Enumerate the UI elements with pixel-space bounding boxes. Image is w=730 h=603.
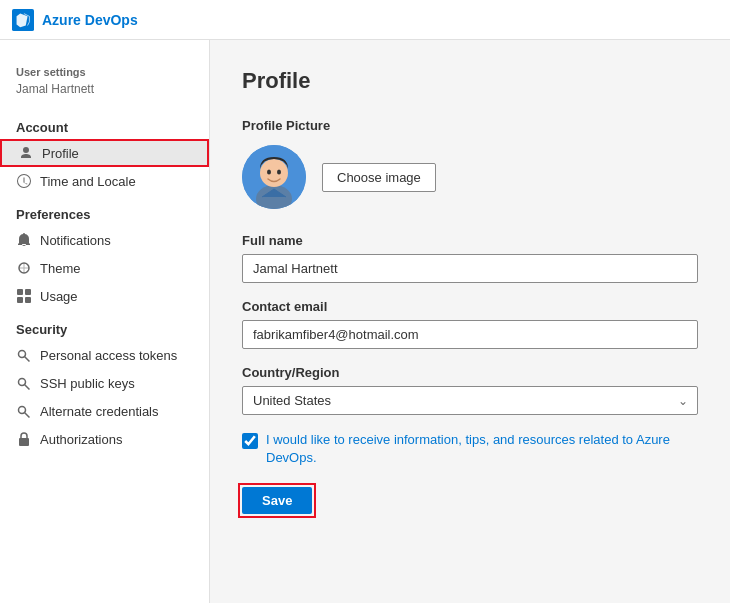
svg-rect-2 xyxy=(17,289,23,295)
sidebar-item-notifications-label: Notifications xyxy=(40,233,111,248)
sidebar-item-pat-label: Personal access tokens xyxy=(40,348,177,363)
contact-email-input[interactable] xyxy=(242,320,698,349)
save-button-wrapper: Save xyxy=(242,487,312,514)
country-select[interactable]: United States United Kingdom Canada Aust… xyxy=(242,386,698,415)
svg-point-6 xyxy=(19,351,26,358)
main-content: Profile Profile Picture xyxy=(210,40,730,603)
pat-icon xyxy=(16,347,32,363)
avatar xyxy=(242,145,306,209)
sidebar-item-authorizations[interactable]: Authorizations xyxy=(0,425,209,453)
contact-email-group: Contact email xyxy=(242,299,698,349)
newsletter-label[interactable]: I would like to receive information, tip… xyxy=(266,431,698,467)
theme-icon xyxy=(16,260,32,276)
sidebar-item-theme-label: Theme xyxy=(40,261,80,276)
section-preferences: Preferences xyxy=(0,195,209,226)
sidebar-item-theme[interactable]: Theme xyxy=(0,254,209,282)
sidebar-item-usage[interactable]: Usage xyxy=(0,282,209,310)
svg-point-12 xyxy=(260,159,288,187)
sidebar-user: Jamal Hartnett xyxy=(0,82,209,108)
full-name-group: Full name xyxy=(242,233,698,283)
svg-rect-5 xyxy=(25,297,31,303)
sidebar-item-usage-label: Usage xyxy=(40,289,78,304)
sidebar-item-notifications[interactable]: Notifications xyxy=(0,226,209,254)
person-icon xyxy=(18,145,34,161)
sidebar-item-ssh[interactable]: SSH public keys xyxy=(0,369,209,397)
country-group: Country/Region United States United King… xyxy=(242,365,698,415)
top-bar: Azure DevOps xyxy=(0,0,730,40)
section-security: Security xyxy=(0,310,209,341)
lock-icon xyxy=(16,431,32,447)
sidebar-item-profile-label: Profile xyxy=(42,146,79,161)
profile-picture-label: Profile Picture xyxy=(242,118,698,133)
svg-rect-3 xyxy=(25,289,31,295)
sidebar: User settings Jamal Hartnett Account Pro… xyxy=(0,40,210,603)
country-select-wrapper: United States United Kingdom Canada Aust… xyxy=(242,386,698,415)
clock-icon xyxy=(16,173,32,189)
full-name-label: Full name xyxy=(242,233,698,248)
ssh-icon xyxy=(16,375,32,391)
newsletter-checkbox[interactable] xyxy=(242,433,258,449)
alternate-creds-icon xyxy=(16,403,32,419)
sidebar-item-time-locale-label: Time and Locale xyxy=(40,174,136,189)
sidebar-item-ssh-label: SSH public keys xyxy=(40,376,135,391)
sidebar-item-profile[interactable]: Profile xyxy=(0,139,209,167)
svg-point-14 xyxy=(277,170,281,175)
sidebar-item-alternate-creds[interactable]: Alternate credentials xyxy=(0,397,209,425)
svg-rect-4 xyxy=(17,297,23,303)
page-title: Profile xyxy=(242,68,698,94)
profile-picture-row: Choose image xyxy=(242,145,698,209)
section-account: Account xyxy=(0,108,209,139)
country-label: Country/Region xyxy=(242,365,698,380)
svg-point-7 xyxy=(19,379,26,386)
azure-devops-logo xyxy=(12,9,34,31)
save-button[interactable]: Save xyxy=(242,487,312,514)
bell-icon xyxy=(16,232,32,248)
usage-icon xyxy=(16,288,32,304)
sidebar-item-time-locale[interactable]: Time and Locale xyxy=(0,167,209,195)
svg-point-8 xyxy=(19,407,26,414)
svg-rect-9 xyxy=(19,438,29,446)
sidebar-heading: User settings xyxy=(0,56,209,82)
app-title: Azure DevOps xyxy=(42,12,138,28)
sidebar-item-alternate-creds-label: Alternate credentials xyxy=(40,404,159,419)
full-name-input[interactable] xyxy=(242,254,698,283)
contact-email-label: Contact email xyxy=(242,299,698,314)
newsletter-checkbox-row: I would like to receive information, tip… xyxy=(242,431,698,467)
choose-image-button[interactable]: Choose image xyxy=(322,163,436,192)
sidebar-item-pat[interactable]: Personal access tokens xyxy=(0,341,209,369)
sidebar-item-authorizations-label: Authorizations xyxy=(40,432,122,447)
svg-point-13 xyxy=(267,170,271,175)
